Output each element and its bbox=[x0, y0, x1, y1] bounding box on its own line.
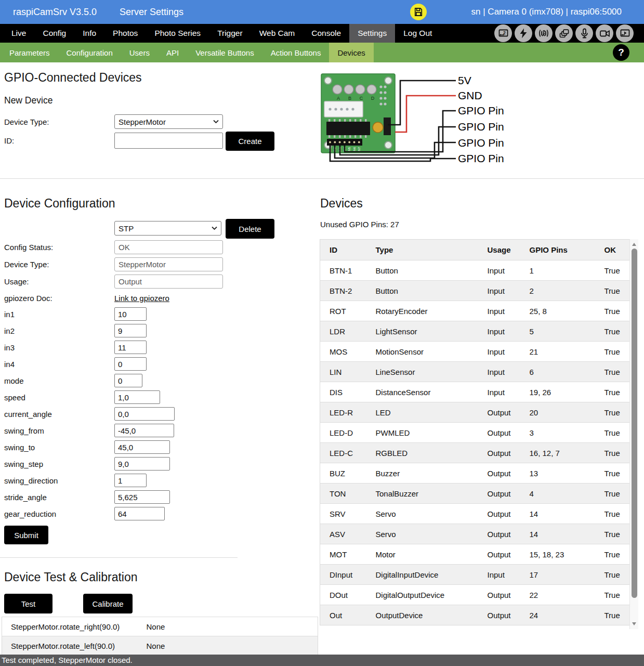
device-row: LED-R LED Output 20 True bbox=[320, 402, 630, 423]
nav-item[interactable]: Config bbox=[34, 24, 74, 43]
in4-row: in4 bbox=[4, 357, 228, 371]
gpio-devices-title: GPIO-Connected Devices bbox=[4, 71, 142, 85]
stride-angle-input[interactable] bbox=[114, 490, 170, 504]
device-row: Out OutputDevice Output 24 True bbox=[320, 605, 630, 625]
swing-step-row: swing_step bbox=[4, 457, 228, 471]
device-row: LED-C RGBLED Output 16, 12, 7 True bbox=[320, 443, 630, 463]
test-result-row: StepperMotor.rotate_right(90.0) None bbox=[2, 617, 318, 636]
unused-gpio-pins: Unused GPIO Pins: 27 bbox=[320, 220, 399, 229]
device-configuration-title: Device Configuration bbox=[4, 197, 115, 211]
in2-input[interactable] bbox=[114, 324, 147, 337]
gpiozero-doc-row: gpiozero Doc: Link to gpiozero bbox=[4, 292, 228, 304]
svg-text:GPIO Pin: GPIO Pin bbox=[458, 105, 504, 116]
swing-direction-input[interactable] bbox=[114, 474, 147, 487]
subnav-item[interactable]: Devices bbox=[329, 43, 373, 62]
svg-text:C: C bbox=[360, 96, 363, 101]
new-device-title: New Device bbox=[4, 95, 52, 106]
current-angle-input[interactable] bbox=[114, 407, 175, 421]
devices-table-scrollbar[interactable] bbox=[629, 239, 638, 629]
microphone-icon[interactable] bbox=[575, 24, 593, 42]
mode-input[interactable] bbox=[114, 374, 142, 387]
device-row: ROT RotaryEncoder Input 25, 8 True bbox=[320, 301, 630, 321]
device-id-label: ID: bbox=[4, 133, 14, 149]
device-row: DIS DistanceSensor Input 19, 26 True bbox=[320, 382, 630, 402]
speed-input[interactable] bbox=[114, 390, 160, 404]
test-calibration-title: Device Test & Calibration bbox=[4, 570, 138, 584]
swing-direction-row: swing_direction bbox=[4, 474, 228, 487]
settings-subnav: Parameters Configuration Users API Versa… bbox=[0, 43, 644, 62]
device-config-form: Config Status: Device Type: Usage: gpioz… bbox=[4, 240, 228, 524]
nav-item[interactable]: Photo Series bbox=[146, 24, 209, 43]
submit-button[interactable]: Submit bbox=[4, 526, 48, 544]
device-row: LED-D PWMLED Output 3 True bbox=[320, 423, 630, 443]
swing-to-input[interactable] bbox=[114, 440, 170, 454]
floppy-disk-icon bbox=[413, 7, 424, 17]
scrollbar-thumb[interactable] bbox=[632, 249, 637, 598]
device-type-select[interactable]: StepperMotor bbox=[114, 114, 223, 129]
create-button[interactable]: Create bbox=[226, 132, 274, 151]
svg-text:GPIO Pin: GPIO Pin bbox=[458, 152, 504, 164]
in3-input[interactable] bbox=[114, 341, 147, 354]
subnav-item[interactable]: API bbox=[158, 43, 187, 62]
device-row: MOT Motor Output 15, 18, 23 True bbox=[320, 544, 630, 565]
calibrate-button[interactable]: Calibrate bbox=[83, 594, 133, 613]
in3-row: in3 bbox=[4, 341, 228, 354]
section-divider bbox=[0, 178, 644, 179]
nav-item[interactable]: Trigger bbox=[209, 24, 251, 43]
save-icon[interactable] bbox=[410, 4, 427, 20]
subnav-item[interactable]: Parameters bbox=[1, 43, 58, 62]
nav-item[interactable]: Console bbox=[303, 24, 349, 43]
swing-from-input[interactable] bbox=[114, 424, 174, 437]
stepper-driver-wiring-diagram: A B C D bbox=[319, 73, 520, 164]
subnav-item[interactable]: Action Buttons bbox=[262, 43, 330, 62]
in4-input[interactable] bbox=[114, 357, 147, 371]
in1-row: in1 bbox=[4, 307, 228, 321]
svg-text:D: D bbox=[371, 96, 375, 101]
device-select-wrap: STP bbox=[114, 221, 221, 236]
nav-item[interactable]: Live bbox=[3, 24, 34, 43]
device-id-input[interactable] bbox=[114, 133, 223, 149]
scrollbar-up-arrow-icon[interactable] bbox=[632, 243, 636, 246]
device-row: BTN-1 Button Input 1 True bbox=[320, 260, 630, 281]
flash-icon[interactable] bbox=[515, 24, 532, 42]
media-display-icon[interactable] bbox=[616, 24, 634, 42]
device-select[interactable]: STP bbox=[114, 221, 221, 236]
second-display-icon[interactable]: 2 bbox=[494, 24, 512, 42]
nav-item[interactable]: Web Cam bbox=[251, 24, 304, 43]
devices-table: ID Type Usage GPIO Pins OK BTN-1 Button … bbox=[320, 239, 630, 625]
gear-reduction-row: gear_reduction bbox=[4, 507, 228, 520]
device-type-select-wrap: StepperMotor bbox=[114, 114, 223, 129]
test-results-table: StepperMotor.rotate_right(90.0) None Ste… bbox=[2, 617, 318, 656]
subnav-item[interactable]: Users bbox=[121, 43, 158, 62]
subnav-item[interactable]: Configuration bbox=[58, 43, 121, 62]
scrollbar-down-arrow-icon[interactable] bbox=[632, 622, 636, 625]
help-button[interactable]: ? bbox=[613, 44, 629, 61]
devices-table-header: ID Type Usage GPIO Pins OK bbox=[320, 240, 630, 260]
delete-button[interactable]: Delete bbox=[226, 219, 274, 239]
test-result-row: StepperMotor.rotate_left(90.0) None bbox=[2, 636, 318, 656]
nav-item[interactable]: Info bbox=[74, 24, 104, 43]
session-camera-info: sn | Camera 0 (imx708) | raspi06:5000 bbox=[471, 0, 622, 24]
test-button[interactable]: Test bbox=[4, 594, 52, 613]
swing-step-input[interactable] bbox=[114, 457, 170, 471]
gear-reduction-input[interactable] bbox=[114, 507, 165, 520]
device-row: DOut DigitalOutputDevice Output 22 True bbox=[320, 585, 630, 605]
in1-input[interactable] bbox=[114, 307, 147, 321]
nav-status-icons: 2 bbox=[494, 24, 634, 42]
subnav-item[interactable]: Versatile Buttons bbox=[187, 43, 262, 62]
nav-item[interactable]: Log Out bbox=[395, 24, 440, 43]
photo-series-icon[interactable] bbox=[555, 24, 573, 42]
config-status-value bbox=[114, 240, 223, 254]
device-type-value bbox=[114, 257, 223, 271]
section-divider bbox=[0, 557, 238, 558]
status-bar: Test completed, StepperMotor closed. bbox=[0, 655, 644, 666]
device-type-row: Device Type: bbox=[4, 257, 228, 271]
status-message: Test completed, StepperMotor closed. bbox=[2, 656, 133, 664]
video-camera-icon[interactable] bbox=[596, 24, 613, 42]
motion-sensor-icon[interactable] bbox=[535, 24, 553, 42]
gpiozero-doc-link[interactable]: Link to gpiozero bbox=[114, 294, 169, 303]
svg-text:GND: GND bbox=[458, 89, 482, 101]
nav-item[interactable]: Settings bbox=[349, 24, 395, 43]
device-row: TON TonalBuzzer Output 4 True bbox=[320, 484, 630, 504]
nav-item[interactable]: Photos bbox=[104, 24, 146, 43]
